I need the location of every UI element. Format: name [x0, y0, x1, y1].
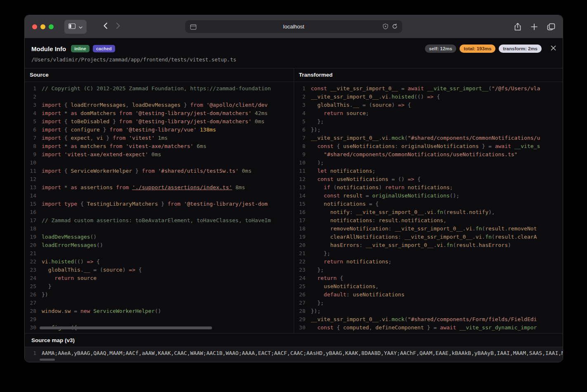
- code-token: vi: [42, 258, 48, 265]
- sourcemap-code[interactable]: 1 AAMA;AAeA,yBAAG,QAAQ,MAAM;AACf,aAAW,KA…: [25, 347, 563, 362]
- code-token: ): [508, 242, 511, 248]
- reload-icon[interactable]: [392, 23, 398, 31]
- code-token: __vite_ssr_import_0__: [366, 242, 434, 248]
- zoom-window-button[interactable]: [49, 24, 54, 29]
- close-button[interactable]: [551, 45, 556, 52]
- horizontal-scrollbar[interactable]: [40, 326, 212, 329]
- code-token: });: [311, 308, 321, 314]
- source-code[interactable]: 1// Copyright (C) 2012-2025 Zammad Found…: [25, 82, 294, 333]
- code-token: .: [61, 308, 64, 314]
- transformed-code[interactable]: 1const __vite_ssr_import_0__ = await __v…: [294, 82, 563, 333]
- code-token: (: [453, 242, 456, 248]
- code-token: as: [71, 110, 80, 116]
- code-token: useNotifications: [324, 283, 375, 289]
- code-token: ();: [450, 192, 459, 199]
- code-line: 22 return notifications;: [294, 258, 563, 266]
- code-token: 42ms: [252, 110, 268, 116]
- code-token: 8ms: [232, 184, 245, 190]
- line-number: 4: [294, 109, 306, 117]
- desktop-background: localhost: [0, 0, 587, 392]
- line-number: 2: [25, 93, 36, 101]
- code-line: 11 let notifications;: [294, 167, 563, 175]
- code-token: "#shared/components/CommonNotifications/…: [408, 135, 540, 141]
- sourcemap-section: Source map (v3) 1 AAMA;AAeA,yBAAG,QAAQ,M…: [25, 333, 563, 362]
- code-token: vi: [382, 316, 389, 322]
- code-token: (): [90, 234, 97, 240]
- code-token: .: [472, 234, 476, 240]
- code-token: [311, 234, 330, 240]
- minimize-window-button[interactable]: [40, 24, 45, 29]
- address-bar[interactable]: localhost: [185, 20, 402, 33]
- code-token: :: [372, 217, 379, 223]
- code-token: from: [142, 168, 158, 174]
- code-line: 29: [25, 315, 294, 324]
- code-token: '@testing-library/jest-dom/matchers': [135, 110, 252, 116]
- code-token: '@testing-library/jest-dom/matchers': [135, 118, 252, 124]
- code-line: 17// Zammad custom assertions: toBeAvata…: [25, 216, 294, 225]
- code-token: loadErrorMessages: [42, 242, 97, 248]
- code-token: [311, 184, 324, 190]
- code-token: '@testing-library/vue': [126, 127, 197, 133]
- code-token: *: [64, 110, 71, 116]
- line-number: 17: [25, 216, 36, 225]
- code-token: }: [100, 127, 109, 133]
- code-token: };: [317, 267, 324, 273]
- code-token: [311, 209, 330, 215]
- code-token: .: [482, 234, 485, 240]
- code-token: result: [343, 192, 363, 199]
- code-line: 19 clearAllNotifications: __vite_ssr_imp…: [294, 233, 563, 241]
- code-line: 3 globalThis.__ = (source) => {: [294, 101, 563, 109]
- code-line: 10 );: [294, 159, 563, 167]
- code-token: let: [317, 168, 330, 174]
- code-line: 22vi.hoisted(() => {: [25, 258, 294, 266]
- line-number: 27: [25, 299, 36, 307]
- back-button[interactable]: [99, 21, 112, 33]
- code-token: await: [440, 324, 460, 331]
- horizontal-scrollbar[interactable]: [40, 359, 55, 361]
- new-tab-icon[interactable]: [530, 23, 538, 31]
- code-token: };: [317, 118, 324, 124]
- code-token: {: [64, 135, 71, 141]
- tab-overview-icon[interactable]: [547, 23, 555, 31]
- code-token: (: [488, 85, 492, 92]
- code-token: notifications: [401, 217, 443, 223]
- code-token: );: [317, 160, 324, 166]
- code-token: source: [372, 102, 391, 108]
- line-number: 16: [294, 208, 306, 216]
- code-token: }: [109, 118, 119, 124]
- transform-time-badge: transform: 2ms: [499, 45, 542, 53]
- code-line: 15 notifications = {: [294, 200, 563, 208]
- code-token: [311, 275, 318, 281]
- code-token: vi: [466, 225, 472, 232]
- code-token: notifications: [330, 168, 372, 174]
- code-token: [311, 192, 324, 199]
- code-token: .: [388, 135, 391, 141]
- close-window-button[interactable]: [32, 24, 37, 29]
- code-token: from: [106, 143, 126, 149]
- code-token: ,: [369, 324, 375, 331]
- code-token: __: [353, 102, 359, 108]
- code-token: "#shared/components/Form/fields/FieldEdi: [408, 316, 537, 322]
- line-number: 30: [25, 324, 36, 332]
- code-token: assertions: [80, 184, 113, 190]
- line-number: 24: [25, 274, 36, 282]
- code-token: .: [398, 217, 401, 223]
- share-icon[interactable]: [514, 23, 521, 31]
- code-token: __vite_ssr_import_0__: [395, 225, 462, 232]
- code-token: .: [388, 316, 391, 322]
- privacy-shield-icon[interactable]: [383, 23, 388, 31]
- code-line: 6});: [294, 126, 563, 134]
- sidebar-toggle-button[interactable]: [64, 20, 87, 34]
- code-token: =>: [87, 258, 94, 265]
- code-token: (): [155, 308, 161, 314]
- file-link[interactable]: './support/assertions/index.ts': [132, 184, 232, 190]
- code-line: 23 globalThis.__ = (source) => {: [25, 266, 294, 274]
- forward-button[interactable]: [112, 21, 125, 33]
- inline-badge: inline: [71, 45, 90, 52]
- code-token: [311, 300, 318, 306]
- code-line: 25 useNotifications,: [294, 282, 563, 291]
- line-number: 5: [25, 117, 36, 126]
- code-token: notifications: [337, 184, 379, 190]
- line-number: 19: [294, 233, 306, 241]
- self-time-badge: self: 12ms: [425, 45, 456, 53]
